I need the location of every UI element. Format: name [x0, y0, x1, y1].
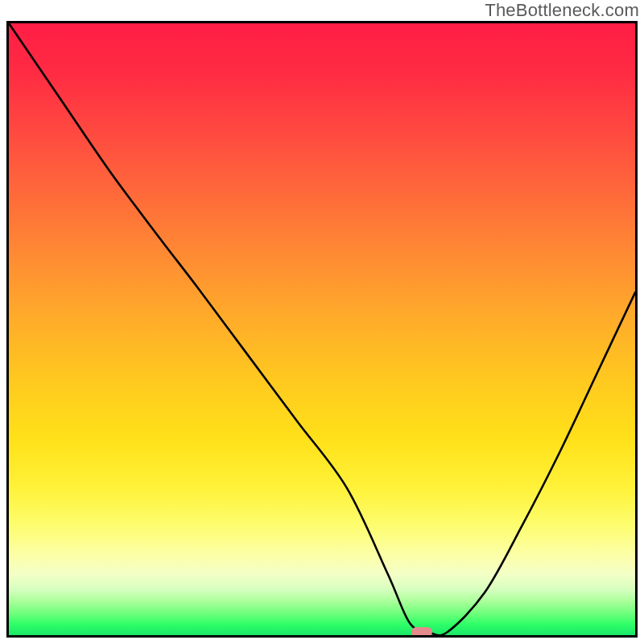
watermark-text: TheBottleneck.com: [485, 0, 639, 21]
bottleneck-curve: [6, 21, 638, 638]
chart-stage: TheBottleneck.com: [0, 0, 644, 644]
plot-area: [6, 21, 638, 638]
trough-marker: [411, 627, 432, 637]
